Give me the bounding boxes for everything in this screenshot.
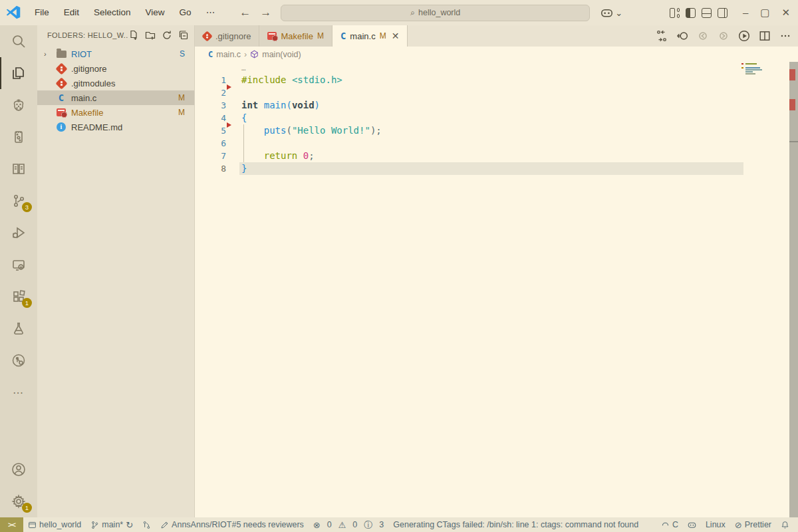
menu-more[interactable]: ⋯ [199, 0, 223, 25]
new-file-icon[interactable] [128, 30, 139, 41]
menu-selection[interactable]: Selection [86, 0, 138, 25]
settings-button[interactable]: 1 [0, 485, 37, 517]
split-editor-icon[interactable] [759, 30, 771, 42]
beaker-icon [11, 321, 27, 336]
git-graph-item[interactable] [138, 517, 156, 532]
git-branch-item[interactable]: main* ↻ [86, 517, 138, 532]
toggle-secondary-sidebar-icon[interactable] [718, 8, 728, 18]
breadcrumb-symbol[interactable]: main(void) [262, 50, 301, 59]
code-text [226, 86, 241, 99]
tree-row-main-c[interactable]: C main.c M [37, 90, 194, 105]
code-line-1[interactable]: 1#include <stdio.h> [195, 74, 798, 86]
remote-indicator[interactable]: >< [0, 517, 23, 532]
window-maximize-button[interactable]: ▢ [760, 7, 769, 19]
refresh-icon[interactable] [162, 30, 172, 41]
prev-change-icon[interactable] [697, 30, 709, 42]
run-code-icon[interactable] [738, 30, 750, 42]
menu-edit[interactable]: Edit [57, 0, 86, 25]
activity-more[interactable]: ⋯ [0, 376, 37, 408]
go-back-icon[interactable] [676, 30, 688, 42]
git-pull-request-icon [142, 521, 151, 529]
tab-close-icon[interactable]: ✕ [392, 31, 400, 41]
next-change-icon[interactable] [718, 30, 730, 42]
copilot-status-item[interactable] [683, 517, 701, 532]
notifications-item[interactable] [776, 517, 794, 532]
copilot-icon [688, 521, 696, 529]
menu-go[interactable]: Go [172, 0, 199, 25]
prettier-icon: ⊘ [735, 521, 742, 529]
more-actions-icon[interactable] [779, 30, 791, 42]
activity-extensions[interactable]: 1 [0, 281, 37, 313]
tree-row-gitmodules[interactable]: .gitmodules [37, 76, 194, 90]
code-editor[interactable]: … 1#include <stdio.h>23int main(void)4{5… [195, 62, 798, 517]
symbol-cube-icon [250, 50, 259, 59]
fold-hint[interactable]: … [195, 63, 798, 74]
window-close-button[interactable]: ✕ [781, 7, 790, 19]
menu-view[interactable]: View [138, 0, 172, 25]
code-line-6[interactable]: 6 [195, 137, 798, 150]
code-line-2[interactable]: 2 [195, 86, 798, 99]
command-center-search[interactable]: ⌕ hello_world [281, 5, 590, 21]
editor-scrollbar[interactable] [789, 62, 798, 517]
line-number: 8 [195, 162, 226, 175]
toggle-sidebar-icon[interactable] [686, 8, 696, 18]
tree-row-readme[interactable]: i README.md [37, 120, 194, 134]
search-icon [11, 33, 27, 49]
language-status-item[interactable]: C [656, 517, 683, 532]
tree-row-riot[interactable]: › RIOT S [37, 47, 194, 61]
run-debug-icon [11, 225, 27, 241]
circuit-board-icon [11, 129, 27, 145]
code-line-5[interactable]: 5 puts("Hello World!"); [195, 124, 798, 137]
modified-badge: M [380, 31, 386, 41]
copilot-menu[interactable]: ⌄ [600, 7, 622, 19]
git-file-icon [201, 31, 213, 42]
tab-makefile[interactable]: Makefile M [259, 25, 332, 47]
activity-search[interactable] [0, 25, 37, 57]
new-folder-icon[interactable] [145, 30, 156, 41]
accounts-button[interactable] [0, 454, 37, 485]
makefile-icon [267, 32, 277, 40]
loading-arc-icon [661, 521, 670, 529]
workspace-item[interactable]: hello_world [23, 517, 86, 532]
code-line-8[interactable]: 8} [195, 162, 798, 175]
tree-row-makefile[interactable]: Makefile M [37, 105, 194, 120]
activity-testing[interactable] [0, 313, 37, 344]
copilot-icon [600, 7, 613, 19]
tab-gitignore[interactable]: .gitignore [195, 25, 259, 47]
activity-explorer[interactable] [0, 57, 37, 89]
collapse-all-icon[interactable] [178, 30, 189, 41]
toggle-panel-icon[interactable] [702, 8, 712, 18]
tab-main-c[interactable]: C main.c M ✕ [332, 25, 408, 47]
activity-source-control[interactable]: 3 [0, 185, 37, 217]
pr-reviewers-label: AnnsAnns/RIOT#5 needs reviewers [172, 520, 304, 529]
os-item[interactable]: Linux [701, 517, 730, 532]
activity-raspberry-pi[interactable] [0, 89, 37, 121]
problems-item[interactable]: ⊗ 0 ⚠ 0 ⓘ 3 [309, 517, 388, 532]
breadcrumb-file[interactable]: main.c [216, 50, 241, 59]
formatter-item[interactable]: ⊘ Prettier [730, 517, 776, 532]
activity-remote-explorer[interactable] [0, 249, 37, 281]
breadcrumb: C main.c › main(void) [195, 47, 798, 62]
activity-graph-view[interactable] [0, 344, 37, 376]
activity-docs[interactable] [0, 153, 37, 185]
readme-icon: i [57, 122, 66, 132]
activity-board[interactable] [0, 121, 37, 153]
book-icon [11, 161, 27, 177]
open-changes-icon[interactable] [656, 30, 668, 42]
modified-badge: M [178, 108, 194, 117]
code-line-4[interactable]: 4{ [195, 112, 798, 124]
window-minimize-button[interactable]: – [743, 7, 748, 19]
history-back-icon[interactable]: ← [239, 6, 251, 19]
activity-run-debug[interactable] [0, 217, 37, 249]
pr-reviewers-item[interactable]: AnnsAnns/RIOT#5 needs reviewers [156, 517, 309, 532]
code-line-7[interactable]: 7 return 0; [195, 150, 798, 162]
graph-circle-icon [11, 352, 27, 368]
file-name: RIOT [71, 49, 180, 59]
customize-layout-icon[interactable] [670, 8, 680, 18]
tree-row-gitignore[interactable]: .gitignore [37, 61, 194, 76]
vscode-logo-icon [6, 5, 21, 20]
menu-file[interactable]: File [27, 0, 57, 25]
history-forward-icon[interactable]: → [260, 6, 271, 19]
code-line-3[interactable]: 3int main(void) [195, 99, 798, 112]
minimap[interactable] [741, 63, 788, 75]
